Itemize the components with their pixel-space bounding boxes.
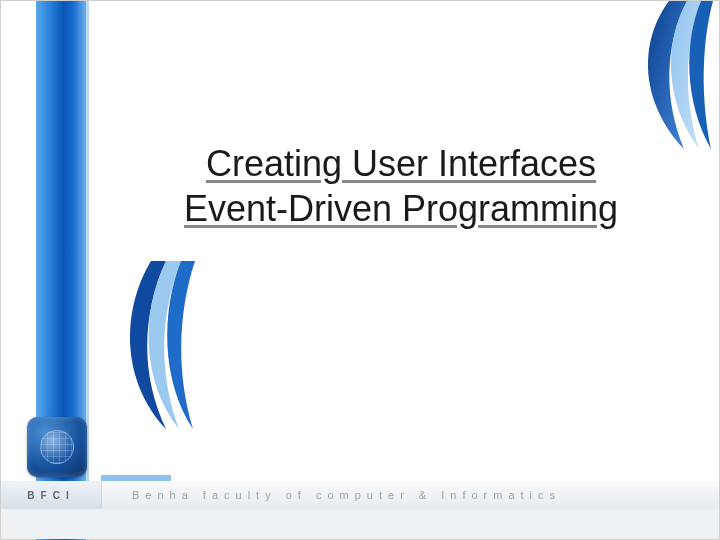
footer-strip: Benha faculty of computer & Informatics: [101, 481, 719, 509]
slide: Creating User Interfaces Event-Driven Pr…: [0, 0, 720, 540]
slide-title: Creating User Interfaces Event-Driven Pr…: [121, 141, 681, 231]
footer-abbr: BFCI: [1, 481, 101, 509]
logo-badge-icon: [27, 417, 87, 477]
swoosh-mid-icon: [111, 261, 201, 431]
ground: [1, 509, 719, 539]
title-line-2: Event-Driven Programming: [121, 186, 681, 231]
globe-icon: [40, 430, 74, 464]
title-line-1: Creating User Interfaces: [121, 141, 681, 186]
footer-text: Benha faculty of computer & Informatics: [132, 489, 561, 501]
swoosh-top-icon: [609, 1, 719, 151]
